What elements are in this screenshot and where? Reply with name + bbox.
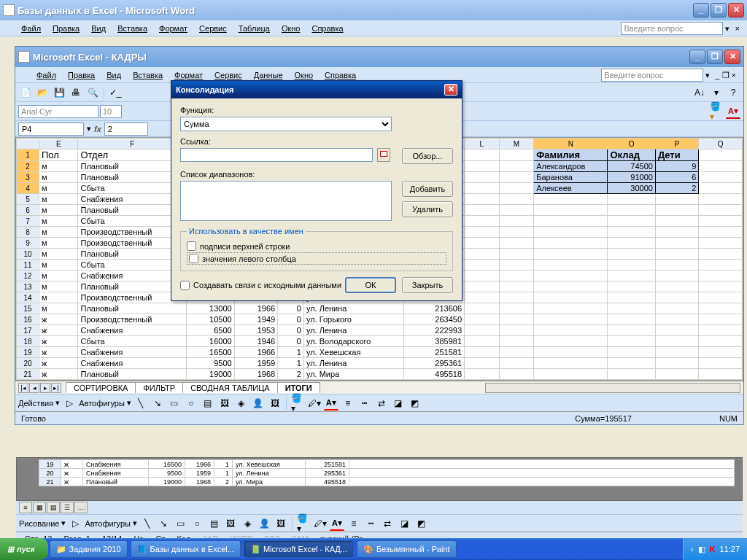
word-menu-file[interactable]: Файл (16, 23, 46, 34)
left-col-checkbox[interactable] (189, 254, 198, 263)
word-shadow-icon[interactable]: ◪ (397, 516, 411, 531)
word-menu-tools[interactable]: Сервис (194, 23, 232, 34)
dialog-close-icon[interactable]: ✕ (444, 84, 457, 96)
line-style-icon[interactable]: ≡ (341, 396, 355, 411)
word-rect-icon[interactable]: ▭ (173, 516, 187, 531)
word-fill-icon[interactable]: 🪣▾ (296, 516, 311, 531)
spellcheck-icon[interactable]: ✓_ (108, 85, 123, 100)
word-menu-view[interactable]: Вид (86, 23, 111, 34)
open-icon[interactable]: 📂 (35, 85, 50, 100)
word-linecolor-icon[interactable]: 🖊▾ (313, 516, 328, 531)
reference-input[interactable] (180, 148, 373, 162)
close-button[interactable]: Закрыть (402, 277, 453, 293)
excel-close[interactable]: ✕ (724, 50, 740, 64)
word-clipart-icon[interactable]: 👤 (257, 516, 271, 531)
new-icon[interactable]: 📄 (18, 85, 33, 100)
word-close[interactable]: ✕ (728, 3, 744, 18)
save-icon[interactable]: 💾 (52, 85, 66, 100)
word-diagram-icon[interactable]: ◈ (240, 516, 255, 531)
task-paint[interactable]: 🎨 Безымянный - Paint (357, 540, 457, 558)
fx-icon[interactable]: fx (94, 125, 101, 133)
tab-first[interactable]: |◂ (18, 383, 28, 393)
font-color-icon[interactable]: A▾ (726, 104, 740, 119)
reading-view-icon[interactable]: 📖 (74, 502, 88, 513)
sort-asc-icon[interactable]: A↓ (692, 85, 707, 100)
word-arrow-icon[interactable]: ↘ (156, 516, 171, 531)
word-wordart-icon[interactable]: 🖼 (223, 516, 238, 531)
tab-sort[interactable]: СОРТИРОВКА (66, 382, 136, 393)
name-box[interactable]: P4 (18, 122, 84, 136)
3d-icon[interactable]: ◩ (408, 396, 422, 411)
actions-menu[interactable]: Действия (18, 399, 53, 408)
word-menu-insert[interactable]: Вставка (112, 23, 152, 34)
line-color-icon[interactable]: 🖊▾ (307, 396, 322, 411)
excel-menu-file[interactable]: Файл (31, 69, 61, 81)
word-textbox-icon[interactable]: ▤ (206, 516, 221, 531)
fill-icon[interactable]: 🪣▾ (290, 396, 305, 411)
task-excel[interactable]: 📗 Microsoft Excel - КАД... (244, 540, 354, 558)
excel-menu-window[interactable]: Окно (290, 69, 319, 81)
word-line-icon[interactable]: ╲ (139, 516, 154, 531)
dialog-titlebar[interactable]: Консолидация ✕ (171, 81, 462, 98)
task-word[interactable]: 📘 Базы данных в Excel... (131, 540, 241, 558)
tab-next[interactable]: ▸ (40, 383, 50, 393)
word-menu-table[interactable]: Таблица (233, 23, 275, 34)
excel-menu-insert[interactable]: Вставка (128, 69, 168, 81)
start-button[interactable]: ⊞ пуск (0, 538, 48, 560)
excel-ask-input[interactable] (601, 69, 703, 82)
arrow-icon[interactable]: ↘ (150, 396, 165, 411)
word-oval-icon[interactable]: ○ (190, 516, 204, 531)
picture-icon[interactable]: 🖼 (268, 396, 282, 411)
print-icon[interactable]: 🖶 (69, 85, 83, 100)
word-menu-window[interactable]: Окно (276, 23, 306, 34)
normal-view-icon[interactable]: ≡ (19, 502, 32, 513)
function-select[interactable]: Сумма (180, 117, 392, 131)
shadow-icon[interactable]: ◪ (391, 396, 406, 411)
add-button[interactable]: Добавить (402, 181, 453, 197)
arrow-style-icon[interactable]: ⇄ (374, 396, 389, 411)
word-menu-format[interactable]: Формат (154, 23, 193, 34)
task-folder[interactable]: 📁 Задания 2010 (50, 540, 128, 558)
diagram-icon[interactable]: ◈ (234, 396, 249, 411)
font-size-input[interactable] (100, 105, 122, 118)
clipart-icon[interactable]: 👤 (251, 396, 266, 411)
tray-icon[interactable]: ◧ (698, 545, 705, 554)
collapse-ref-icon[interactable] (377, 148, 390, 162)
tab-last[interactable]: ▸| (51, 383, 61, 393)
tab-itogi[interactable]: ИТОГИ (277, 382, 320, 393)
system-tray[interactable]: ‹ ◧ K 11:27 (683, 538, 747, 560)
word-minimize[interactable]: _ (693, 3, 709, 18)
help-icon[interactable]: ? (726, 85, 740, 100)
word-select-icon[interactable]: ▷ (68, 516, 82, 531)
horizontal-scrollbar[interactable] (485, 383, 740, 393)
web-view-icon[interactable]: ▦ (33, 502, 46, 513)
word-autoshapes[interactable]: Автофигуры (85, 519, 131, 528)
word-fontcolor-icon[interactable]: A▾ (330, 516, 344, 531)
fill-color-icon[interactable]: 🪣▾ (709, 104, 724, 119)
word-ask-input[interactable] (621, 22, 723, 35)
tab-prev[interactable]: ◂ (29, 383, 39, 393)
excel-menu-tools[interactable]: Сервис (209, 69, 247, 81)
excel-restore[interactable]: ❐ (707, 50, 723, 64)
outline-view-icon[interactable]: ☰ (61, 502, 74, 513)
font-color-draw-icon[interactable]: A▾ (324, 396, 338, 411)
create-links-checkbox[interactable] (180, 281, 190, 290)
ok-button[interactable]: ОК (345, 277, 396, 293)
word-dash-icon[interactable]: ┅ (363, 516, 378, 531)
excel-menu-format[interactable]: Формат (169, 69, 208, 81)
word-menu-help[interactable]: Справка (306, 23, 348, 34)
textbox-icon[interactable]: ▤ (201, 396, 215, 411)
excel-menu-edit[interactable]: Правка (63, 69, 100, 81)
excel-menu-data[interactable]: Данные (249, 69, 288, 81)
ranges-listbox[interactable] (180, 181, 392, 221)
print-view-icon[interactable]: ▤ (47, 502, 60, 513)
word-3d-icon[interactable]: ◩ (414, 516, 428, 531)
sort-desc-icon[interactable]: ▾ (709, 85, 724, 100)
word-restore[interactable]: ❐ (711, 3, 727, 18)
excel-minimize[interactable]: _ (689, 50, 705, 64)
word-arrowstyle-icon[interactable]: ⇄ (380, 516, 395, 531)
word-draw-menu[interactable]: Рисование (19, 519, 59, 528)
formula-value[interactable]: 2 (104, 122, 148, 136)
word-menu-edit[interactable]: Правка (47, 23, 85, 34)
tray-kaspersky-icon[interactable]: K (710, 545, 716, 553)
